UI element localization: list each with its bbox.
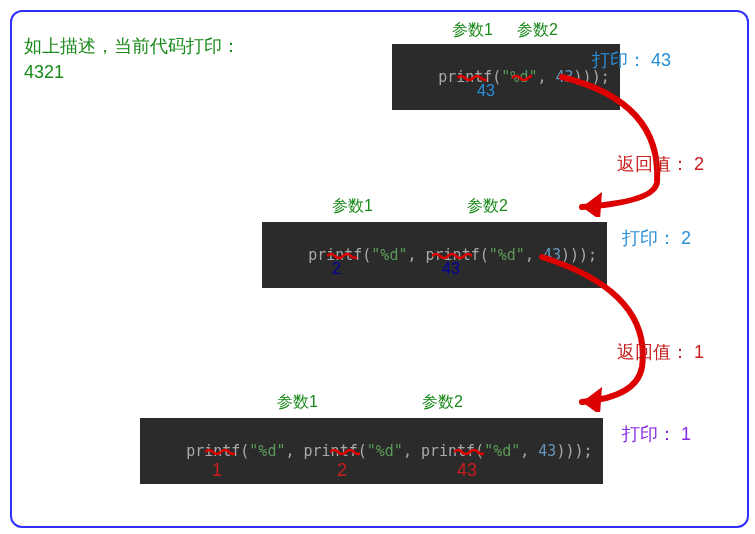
- step2-code-str2: "%d": [489, 246, 525, 264]
- step1-below-val: 43: [477, 82, 495, 100]
- step2-return-val: 1: [694, 342, 704, 362]
- step2-print-val: 2: [681, 228, 691, 248]
- diagram-container: 如上描述，当前代码打印： 4321 参数1 参数2 printf("%d", 4…: [10, 10, 749, 528]
- squiggle-icon: [512, 68, 532, 76]
- step3-below-val2: 2: [337, 460, 347, 481]
- step3-code-post: )));: [556, 442, 592, 460]
- step3-print-val: 1: [681, 424, 691, 444]
- step1-codebox: printf("%d", 43)));: [392, 44, 620, 110]
- step2-code-post: )));: [561, 246, 597, 264]
- step3-below-val1: 1: [212, 460, 222, 481]
- squiggle-icon: [432, 246, 472, 254]
- step3-code-str1: "%d": [249, 442, 285, 460]
- step3-param2-label: 参数2: [422, 392, 463, 413]
- step3-print-label: 打印：: [622, 424, 676, 444]
- squiggle-icon: [327, 246, 357, 254]
- step2-code-mid2: ,: [525, 246, 543, 264]
- step2-below-val2: 43: [442, 260, 460, 278]
- step2-below-val1: 2: [332, 260, 341, 278]
- description-line2: 4321: [24, 62, 64, 83]
- step3-print: 打印： 1: [622, 422, 691, 446]
- step3-param1-label: 参数1: [277, 392, 318, 413]
- step1-param2-label: 参数2: [517, 20, 558, 41]
- step2-print: 打印： 2: [622, 226, 691, 250]
- step1-print: 打印： 43: [592, 48, 671, 72]
- step3-code-mid3: ,: [520, 442, 538, 460]
- step1-print-label: 打印：: [592, 50, 646, 70]
- step2-return-label: 返回值：: [617, 342, 689, 362]
- step1-code-num: 43: [556, 68, 574, 86]
- step2-return: 返回值： 1: [617, 340, 704, 364]
- step1-code-mid: ,: [537, 68, 555, 86]
- squiggle-icon: [457, 68, 487, 76]
- step3-code-str3: "%d": [484, 442, 520, 460]
- step3-code-num: 43: [538, 442, 556, 460]
- step1-print-val: 43: [651, 50, 671, 70]
- step2-code-num: 43: [543, 246, 561, 264]
- description-line1: 如上描述，当前代码打印：: [24, 34, 240, 58]
- squiggle-icon: [454, 442, 484, 450]
- squiggle-icon: [330, 442, 360, 450]
- step2-print-label: 打印：: [622, 228, 676, 248]
- step1-return-val: 2: [694, 154, 704, 174]
- step1-param1-label: 参数1: [452, 20, 493, 41]
- step3-code-str2: "%d": [367, 442, 403, 460]
- step1-return: 返回值： 2: [617, 152, 704, 176]
- step1-return-label: 返回值：: [617, 154, 689, 174]
- squiggle-icon: [205, 442, 235, 450]
- step2-param2-label: 参数2: [467, 196, 508, 217]
- step2-code-str1: "%d": [371, 246, 407, 264]
- step2-param1-label: 参数1: [332, 196, 373, 217]
- step3-below-val3: 43: [457, 460, 477, 481]
